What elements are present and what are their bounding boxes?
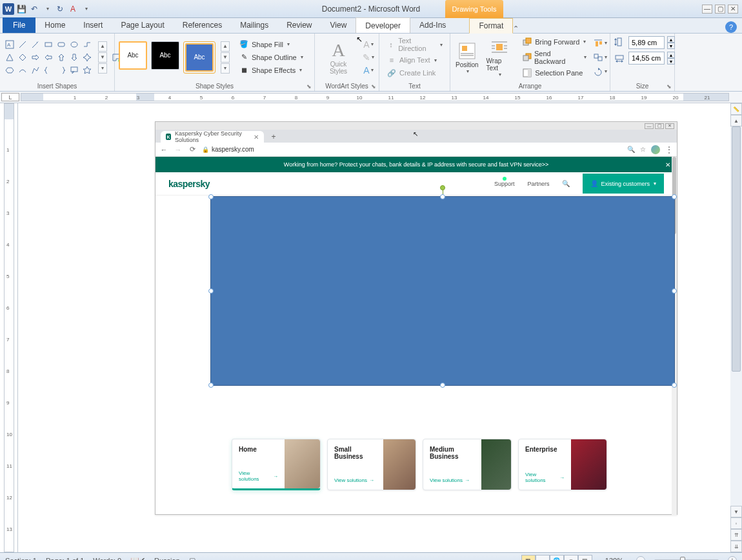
save-icon[interactable]: 💾 xyxy=(15,3,27,15)
full-screen-view-icon[interactable]: ▭ xyxy=(536,555,550,561)
tab-selector[interactable]: L xyxy=(1,93,19,101)
shape-brace-icon[interactable] xyxy=(43,65,54,76)
shape-triangle-icon[interactable] xyxy=(4,52,15,63)
shape-arrow-icon[interactable] xyxy=(30,39,41,50)
group-button[interactable]: ▾ xyxy=(593,51,607,64)
styles-down-icon[interactable]: ▼ xyxy=(221,52,230,63)
shapes-down-icon[interactable]: ▼ xyxy=(98,52,107,63)
styles-more-icon[interactable]: ▾ xyxy=(221,63,230,74)
web-layout-view-icon[interactable]: 🌐 xyxy=(550,555,564,561)
vertical-scrollbar[interactable]: 📏 ▲ ▼ ◦ ⇈ ⇊ xyxy=(730,103,742,552)
view-ruler-toggle[interactable]: 📏 xyxy=(730,103,742,115)
draft-view-icon[interactable]: ▤ xyxy=(578,555,592,561)
shape-outline-button[interactable]: ✎Shape Outline▾ xyxy=(237,52,305,63)
undo-dropdown-icon[interactable]: ▾ xyxy=(41,3,53,15)
dialog-launcher-icon[interactable]: ⬊ xyxy=(305,83,313,91)
vertical-ruler[interactable]: 12345678910111213 xyxy=(0,103,18,552)
rotation-handle[interactable] xyxy=(440,185,445,190)
shape-oval-icon[interactable] xyxy=(68,39,80,50)
shapes-up-icon[interactable]: ▲ xyxy=(98,41,107,52)
word-app-icon[interactable]: W xyxy=(3,3,14,15)
shape-larrow-icon[interactable] xyxy=(43,52,54,63)
shape-star4-icon[interactable] xyxy=(81,52,93,63)
scroll-thumb[interactable] xyxy=(732,126,741,372)
resize-handle-tr[interactable] xyxy=(672,194,677,199)
resize-handle-tm[interactable] xyxy=(440,194,445,199)
resize-handle-tl[interactable] xyxy=(208,194,214,199)
minimize-button[interactable]: — xyxy=(702,5,712,14)
send-backward-button[interactable]: Send Backward▾ xyxy=(521,49,588,66)
zoom-out-icon[interactable]: − xyxy=(636,556,645,561)
macro-recording-icon[interactable]: ▢ xyxy=(189,556,196,560)
tab-review[interactable]: Review xyxy=(277,17,321,33)
print-layout-view-icon[interactable]: ▦ xyxy=(521,555,536,561)
height-input[interactable] xyxy=(628,36,665,49)
shape-curve-icon[interactable] xyxy=(17,65,28,76)
tab-home[interactable]: Home xyxy=(35,17,74,33)
proofing-icon[interactable]: 📖✔ xyxy=(130,556,145,560)
width-up-icon[interactable]: ▲ xyxy=(667,52,675,58)
position-button[interactable]: Position▾ xyxy=(453,41,481,74)
zoom-slider-thumb[interactable] xyxy=(680,557,685,561)
dialog-launcher-icon[interactable]: ⬊ xyxy=(665,83,673,91)
selection-pane-button[interactable]: Selection Pane xyxy=(521,67,588,79)
tab-addins[interactable]: Add-Ins xyxy=(410,17,455,33)
outline-view-icon[interactable]: ≡ xyxy=(564,555,578,561)
status-words[interactable]: Words: 0 xyxy=(93,557,121,561)
shape-star5-icon[interactable] xyxy=(81,65,93,76)
shape-effects-button[interactable]: ◼Shape Effects▾ xyxy=(237,65,305,76)
height-up-icon[interactable]: ▲ xyxy=(667,36,675,43)
help-icon[interactable]: ? xyxy=(725,21,737,33)
tab-developer[interactable]: Developer xyxy=(356,17,410,33)
page-canvas[interactable]: — ▢ ✕ K Kaspersky Cyber Security Solutio… xyxy=(18,103,730,552)
shape-line-icon[interactable] xyxy=(17,39,28,50)
shape-uarrow-icon[interactable] xyxy=(55,52,67,63)
width-down-icon[interactable]: ▼ xyxy=(667,58,675,65)
status-page[interactable]: Page: 1 of 1 xyxy=(46,557,84,561)
shape-brace2-icon[interactable] xyxy=(55,65,67,76)
align-button[interactable]: ▾ xyxy=(593,37,607,50)
qat-customize-icon[interactable]: ▾ xyxy=(80,3,92,15)
style-preset-3[interactable]: Abc xyxy=(185,43,214,72)
width-input[interactable] xyxy=(628,52,665,65)
shape-freeform-icon[interactable] xyxy=(30,65,41,76)
shape-hex-icon[interactable] xyxy=(4,65,15,76)
zoom-level[interactable]: 130% xyxy=(605,557,623,561)
resize-handle-mr[interactable] xyxy=(672,288,677,294)
horizontal-ruler[interactable]: 123456789101112131415161718192021 xyxy=(21,93,729,101)
style-preset-2[interactable]: Abc xyxy=(151,41,179,70)
tab-page-layout[interactable]: Page Layout xyxy=(112,17,173,33)
status-language[interactable]: Russian xyxy=(154,557,180,561)
browse-object-icon[interactable]: ◦ xyxy=(730,517,742,529)
tab-view[interactable]: View xyxy=(321,17,356,33)
tab-references[interactable]: References xyxy=(174,17,231,33)
dialog-launcher-icon[interactable]: ⬊ xyxy=(370,83,377,91)
status-section[interactable]: Section: 1 xyxy=(5,557,37,561)
tab-format[interactable]: Format xyxy=(469,18,513,34)
zoom-in-icon[interactable]: + xyxy=(728,556,737,561)
shape-callout-icon[interactable] xyxy=(68,65,80,76)
shape-rarrow-icon[interactable] xyxy=(30,52,41,63)
rotate-button[interactable]: ▾ xyxy=(593,65,607,78)
wrap-text-button[interactable]: Wrap Text▾ xyxy=(484,37,516,77)
resize-handle-ml[interactable] xyxy=(208,288,214,294)
tab-insert[interactable]: Insert xyxy=(74,17,112,33)
shape-fill-button[interactable]: 🪣Shape Fill▾ xyxy=(237,39,305,50)
undo-icon[interactable]: ↶ xyxy=(28,3,40,15)
shape-darrow-icon[interactable] xyxy=(68,52,80,63)
resize-handle-bl[interactable] xyxy=(208,383,214,388)
height-down-icon[interactable]: ▼ xyxy=(667,43,675,49)
style-preset-1[interactable]: Abc xyxy=(119,41,147,70)
shape-textbox-icon[interactable]: A xyxy=(4,39,15,50)
tab-mailings[interactable]: Mailings xyxy=(231,17,277,33)
shape-elbow-icon[interactable] xyxy=(81,39,93,50)
shapes-gallery[interactable]: A xyxy=(4,39,93,76)
shapes-more-icon[interactable]: ▾ xyxy=(98,63,107,74)
drawn-rectangle-shape[interactable] xyxy=(210,196,675,386)
restore-button[interactable]: ▢ xyxy=(715,5,725,14)
prev-page-icon[interactable]: ⇈ xyxy=(730,529,742,541)
scroll-down-icon[interactable]: ▼ xyxy=(730,506,742,517)
next-page-icon[interactable]: ⇊ xyxy=(730,541,742,552)
bring-forward-button[interactable]: Bring Forward▾ xyxy=(521,36,588,48)
shape-diamond-icon[interactable] xyxy=(17,52,28,63)
